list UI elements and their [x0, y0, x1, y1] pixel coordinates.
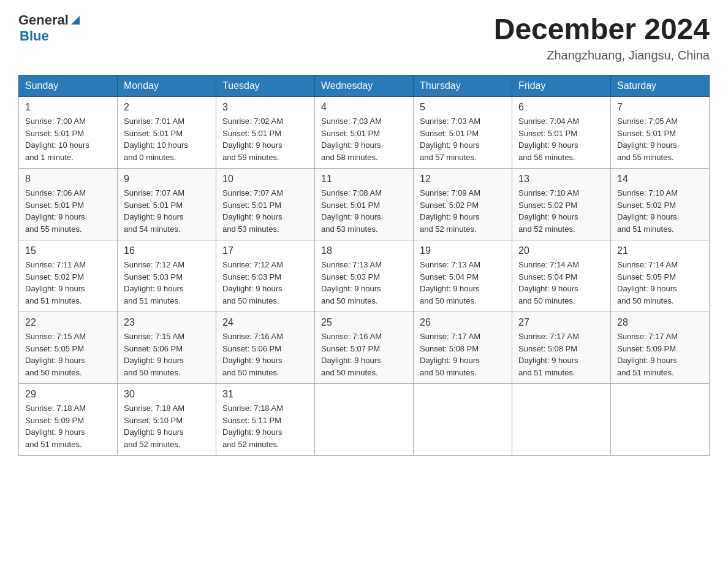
calendar-cell: 8Sunrise: 7:06 AMSunset: 5:01 PMDaylight… [19, 169, 118, 240]
day-info: Sunrise: 7:07 AMSunset: 5:01 PMDaylight:… [222, 187, 308, 235]
day-info: Sunrise: 7:13 AMSunset: 5:04 PMDaylight:… [420, 259, 506, 307]
location-title: Zhangzhuang, Jiangsu, China [494, 48, 710, 63]
calendar-cell: 28Sunrise: 7:17 AMSunset: 5:09 PMDayligh… [611, 312, 710, 384]
calendar-cell: 26Sunrise: 7:17 AMSunset: 5:08 PMDayligh… [414, 312, 512, 384]
day-info: Sunrise: 7:16 AMSunset: 5:06 PMDaylight:… [222, 331, 308, 378]
day-number: 24 [222, 317, 308, 328]
day-number: 7 [617, 102, 703, 113]
day-number: 28 [617, 317, 703, 328]
day-info: Sunrise: 7:06 AMSunset: 5:01 PMDaylight:… [25, 187, 111, 235]
day-info: Sunrise: 7:03 AMSunset: 5:01 PMDaylight:… [321, 115, 407, 163]
day-number: 6 [518, 102, 604, 113]
calendar-cell: 31Sunrise: 7:18 AMSunset: 5:11 PMDayligh… [216, 384, 315, 456]
day-number: 21 [617, 245, 703, 256]
calendar-cell: 23Sunrise: 7:15 AMSunset: 5:06 PMDayligh… [118, 312, 216, 384]
day-number: 3 [222, 102, 308, 113]
calendar-cell: 30Sunrise: 7:18 AMSunset: 5:10 PMDayligh… [118, 384, 216, 456]
day-info: Sunrise: 7:14 AMSunset: 5:05 PMDaylight:… [617, 259, 703, 307]
calendar-cell: 12Sunrise: 7:09 AMSunset: 5:02 PMDayligh… [414, 169, 512, 240]
day-info: Sunrise: 7:07 AMSunset: 5:01 PMDaylight:… [124, 187, 210, 235]
calendar-cell: 17Sunrise: 7:12 AMSunset: 5:03 PMDayligh… [216, 240, 315, 312]
day-info: Sunrise: 7:01 AMSunset: 5:01 PMDaylight:… [124, 115, 210, 163]
calendar-cell: 1Sunrise: 7:00 AMSunset: 5:01 PMDaylight… [19, 97, 118, 169]
page-header: General Blue December 2024 Zhangzhuang, … [18, 12, 710, 63]
week-row-1: 1Sunrise: 7:00 AMSunset: 5:01 PMDaylight… [19, 97, 710, 169]
calendar-cell: 22Sunrise: 7:15 AMSunset: 5:05 PMDayligh… [19, 312, 118, 384]
day-info: Sunrise: 7:18 AMSunset: 5:09 PMDaylight:… [25, 402, 111, 450]
calendar-cell [512, 384, 611, 456]
calendar-table: SundayMondayTuesdayWednesdayThursdayFrid… [18, 75, 710, 456]
calendar-cell: 18Sunrise: 7:13 AMSunset: 5:03 PMDayligh… [315, 240, 414, 312]
calendar-cell: 25Sunrise: 7:16 AMSunset: 5:07 PMDayligh… [315, 312, 414, 384]
day-info: Sunrise: 7:14 AMSunset: 5:04 PMDaylight:… [518, 259, 604, 307]
day-number: 9 [124, 174, 210, 185]
week-row-4: 22Sunrise: 7:15 AMSunset: 5:05 PMDayligh… [19, 312, 710, 384]
header-day-monday: Monday [118, 75, 216, 97]
day-info: Sunrise: 7:18 AMSunset: 5:11 PMDaylight:… [222, 402, 308, 450]
day-info: Sunrise: 7:02 AMSunset: 5:01 PMDaylight:… [222, 115, 308, 163]
header-day-thursday: Thursday [414, 75, 512, 97]
day-info: Sunrise: 7:18 AMSunset: 5:10 PMDaylight:… [124, 402, 210, 450]
day-info: Sunrise: 7:09 AMSunset: 5:02 PMDaylight:… [420, 187, 506, 235]
calendar-cell [611, 384, 710, 456]
day-info: Sunrise: 7:00 AMSunset: 5:01 PMDaylight:… [25, 115, 111, 163]
calendar-cell: 29Sunrise: 7:18 AMSunset: 5:09 PMDayligh… [19, 384, 118, 456]
calendar-cell: 3Sunrise: 7:02 AMSunset: 5:01 PMDaylight… [216, 97, 315, 169]
day-number: 10 [222, 174, 308, 185]
day-number: 19 [420, 245, 506, 256]
day-number: 15 [25, 245, 111, 256]
day-number: 22 [25, 317, 111, 328]
calendar-cell [414, 384, 512, 456]
calendar-cell: 27Sunrise: 7:17 AMSunset: 5:08 PMDayligh… [512, 312, 611, 384]
calendar-cell: 20Sunrise: 7:14 AMSunset: 5:04 PMDayligh… [512, 240, 611, 312]
calendar-cell: 10Sunrise: 7:07 AMSunset: 5:01 PMDayligh… [216, 169, 315, 240]
calendar-cell: 11Sunrise: 7:08 AMSunset: 5:01 PMDayligh… [315, 169, 414, 240]
day-number: 16 [124, 245, 210, 256]
logo: General Blue [18, 12, 82, 44]
day-info: Sunrise: 7:03 AMSunset: 5:01 PMDaylight:… [420, 115, 506, 163]
header-day-friday: Friday [512, 75, 611, 97]
day-info: Sunrise: 7:15 AMSunset: 5:06 PMDaylight:… [124, 331, 210, 378]
day-info: Sunrise: 7:10 AMSunset: 5:02 PMDaylight:… [617, 187, 703, 235]
day-info: Sunrise: 7:17 AMSunset: 5:09 PMDaylight:… [617, 331, 703, 378]
day-number: 26 [420, 317, 506, 328]
calendar-cell: 7Sunrise: 7:05 AMSunset: 5:01 PMDaylight… [611, 97, 710, 169]
day-number: 5 [420, 102, 506, 113]
calendar-cell [315, 384, 414, 456]
day-number: 18 [321, 245, 407, 256]
day-number: 2 [124, 102, 210, 113]
month-title: December 2024 [494, 12, 710, 46]
day-info: Sunrise: 7:16 AMSunset: 5:07 PMDaylight:… [321, 331, 407, 378]
header-day-sunday: Sunday [19, 75, 118, 97]
calendar-cell: 16Sunrise: 7:12 AMSunset: 5:03 PMDayligh… [118, 240, 216, 312]
calendar-cell: 6Sunrise: 7:04 AMSunset: 5:01 PMDaylight… [512, 97, 611, 169]
week-row-5: 29Sunrise: 7:18 AMSunset: 5:09 PMDayligh… [19, 384, 710, 456]
day-info: Sunrise: 7:08 AMSunset: 5:01 PMDaylight:… [321, 187, 407, 235]
svg-marker-0 [71, 16, 80, 25]
calendar-cell: 19Sunrise: 7:13 AMSunset: 5:04 PMDayligh… [414, 240, 512, 312]
calendar-cell: 5Sunrise: 7:03 AMSunset: 5:01 PMDaylight… [414, 97, 512, 169]
header-row: SundayMondayTuesdayWednesdayThursdayFrid… [19, 75, 710, 97]
day-number: 27 [518, 317, 604, 328]
day-info: Sunrise: 7:15 AMSunset: 5:05 PMDaylight:… [25, 331, 111, 378]
day-info: Sunrise: 7:12 AMSunset: 5:03 PMDaylight:… [222, 259, 308, 307]
header-day-saturday: Saturday [611, 75, 710, 97]
calendar-cell: 4Sunrise: 7:03 AMSunset: 5:01 PMDaylight… [315, 97, 414, 169]
calendar-cell: 14Sunrise: 7:10 AMSunset: 5:02 PMDayligh… [611, 169, 710, 240]
logo-triangle-icon [69, 13, 82, 27]
calendar-header: SundayMondayTuesdayWednesdayThursdayFrid… [19, 75, 710, 97]
calendar-cell: 9Sunrise: 7:07 AMSunset: 5:01 PMDaylight… [118, 169, 216, 240]
calendar-cell: 13Sunrise: 7:10 AMSunset: 5:02 PMDayligh… [512, 169, 611, 240]
day-number: 14 [617, 174, 703, 185]
day-number: 12 [420, 174, 506, 185]
calendar-cell: 2Sunrise: 7:01 AMSunset: 5:01 PMDaylight… [118, 97, 216, 169]
day-number: 30 [124, 389, 210, 400]
day-number: 13 [518, 174, 604, 185]
day-info: Sunrise: 7:13 AMSunset: 5:03 PMDaylight:… [321, 259, 407, 307]
day-number: 8 [25, 174, 111, 185]
calendar-cell: 24Sunrise: 7:16 AMSunset: 5:06 PMDayligh… [216, 312, 315, 384]
week-row-3: 15Sunrise: 7:11 AMSunset: 5:02 PMDayligh… [19, 240, 710, 312]
title-section: December 2024 Zhangzhuang, Jiangsu, Chin… [494, 12, 710, 63]
day-number: 29 [25, 389, 111, 400]
day-number: 25 [321, 317, 407, 328]
